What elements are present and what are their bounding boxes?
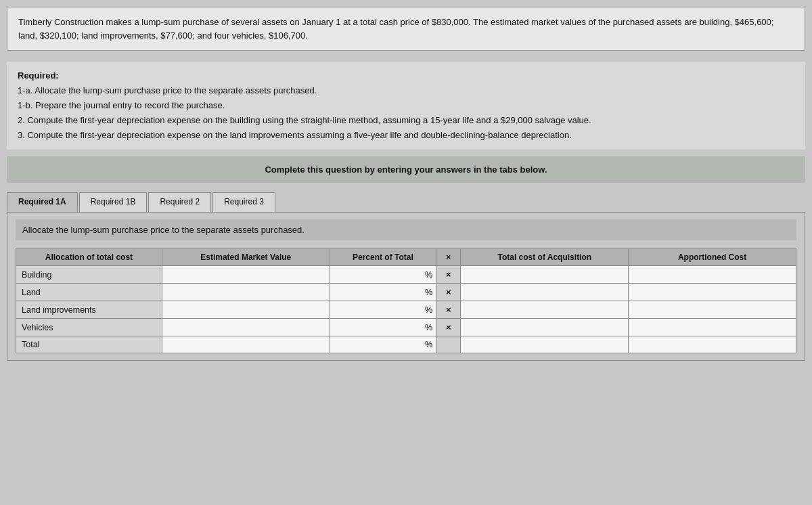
percent-symbol: % (425, 323, 432, 332)
land-improvements-percent-cell: % (330, 301, 436, 319)
total-market-value-cell (162, 336, 330, 353)
land-improvements-acquisition-input[interactable] (464, 305, 625, 315)
land-percent-input[interactable] (382, 288, 423, 297)
tab-required-2[interactable]: Required 2 (148, 192, 211, 212)
total-x-cell (436, 336, 461, 353)
row-label-total: Total (16, 336, 162, 353)
land-market-value-input[interactable] (166, 288, 326, 297)
land-acquisition-input[interactable] (464, 288, 625, 297)
building-market-value-cell (162, 266, 330, 284)
vehicles-x-symbol: × (436, 319, 461, 336)
tab-content-area: Allocate the lump-sum purchase price to … (7, 212, 805, 361)
land-improvements-percent-input[interactable] (382, 305, 423, 315)
total-apportioned-cell (629, 336, 796, 353)
vehicles-market-value-cell (162, 319, 330, 336)
allocation-table: Allocation of total cost Estimated Marke… (16, 248, 796, 353)
problem-statement: Timberly Construction makes a lump-sum p… (7, 7, 805, 51)
total-apportioned-input[interactable] (632, 340, 792, 349)
col-header-percent: Percent of Total (330, 249, 436, 266)
tab-instruction: Allocate the lump-sum purchase price to … (16, 219, 796, 240)
req-2: 2. Compute the first-year depreciation e… (18, 113, 794, 128)
table-row: Land improvements % × (16, 301, 796, 319)
tab-required-1a[interactable]: Required 1A (7, 192, 78, 212)
tabs-row: Required 1A Required 1B Required 2 Requi… (7, 192, 805, 212)
req-1b: 1-b. Prepare the journal entry to record… (18, 98, 794, 113)
vehicles-percent-input[interactable] (382, 323, 423, 332)
vehicles-acquisition-cell (461, 319, 629, 336)
land-apportioned-cell (629, 284, 796, 301)
land-improvements-x-symbol: × (436, 301, 461, 319)
total-market-value-input[interactable] (166, 340, 326, 349)
col-header-x: × (436, 249, 461, 266)
requirements-title: Required: (18, 68, 794, 83)
total-acquisition-cell (461, 336, 629, 353)
req-3: 3. Compute the first-year depreciation e… (18, 128, 794, 143)
building-acquisition-input[interactable] (464, 270, 625, 280)
col-header-total-cost: Total cost of Acquisition (461, 249, 629, 266)
land-acquisition-cell (461, 284, 629, 301)
building-percent-input[interactable] (382, 270, 423, 280)
land-apportioned-input[interactable] (632, 288, 792, 297)
land-improvements-apportioned-cell (629, 301, 796, 319)
problem-text: Timberly Construction makes a lump-sum p… (18, 17, 773, 41)
percent-symbol: % (425, 288, 432, 297)
land-x-symbol: × (436, 284, 461, 301)
table-row: Building % × (16, 266, 796, 284)
land-percent-cell: % (330, 284, 436, 301)
total-percent-input[interactable] (382, 340, 423, 349)
col-header-allocation: Allocation of total cost (16, 249, 162, 266)
row-label-building: Building (16, 266, 162, 284)
tab-required-3[interactable]: Required 3 (212, 192, 275, 212)
vehicles-apportioned-cell (629, 319, 796, 336)
row-label-land: Land (16, 284, 162, 301)
vehicles-acquisition-input[interactable] (464, 323, 625, 332)
table-row-total: Total % (16, 336, 796, 353)
vehicles-market-value-input[interactable] (166, 323, 326, 332)
row-label-vehicles: Vehicles (16, 319, 162, 336)
req-1a: 1-a. Allocate the lump-sum purchase pric… (18, 83, 794, 98)
vehicles-apportioned-input[interactable] (632, 323, 792, 332)
percent-symbol: % (425, 340, 432, 349)
row-label-land-improvements: Land improvements (16, 301, 162, 319)
col-header-apportioned: Apportioned Cost (629, 249, 796, 266)
building-market-value-input[interactable] (166, 270, 326, 280)
table-row: Land % × (16, 284, 796, 301)
land-improvements-acquisition-cell (461, 301, 629, 319)
land-improvements-market-value-input[interactable] (166, 305, 326, 315)
tab-required-1b[interactable]: Required 1B (79, 192, 148, 212)
building-x-symbol: × (436, 266, 461, 284)
requirements-section: Required: 1-a. Allocate the lump-sum pur… (7, 62, 805, 150)
land-market-value-cell (162, 284, 330, 301)
table-row: Vehicles % × (16, 319, 796, 336)
land-improvements-apportioned-input[interactable] (632, 305, 792, 315)
land-improvements-market-value-cell (162, 301, 330, 319)
building-acquisition-cell (461, 266, 629, 284)
total-acquisition-input[interactable] (464, 340, 625, 349)
percent-symbol: % (425, 270, 432, 280)
building-percent-cell: % (330, 266, 436, 284)
complete-instruction: Complete this question by entering your … (7, 156, 805, 183)
vehicles-percent-cell: % (330, 319, 436, 336)
total-percent-cell: % (330, 336, 436, 353)
percent-symbol: % (425, 305, 432, 315)
building-apportioned-cell (629, 266, 796, 284)
building-apportioned-input[interactable] (632, 270, 792, 280)
col-header-market-value: Estimated Market Value (162, 249, 330, 266)
